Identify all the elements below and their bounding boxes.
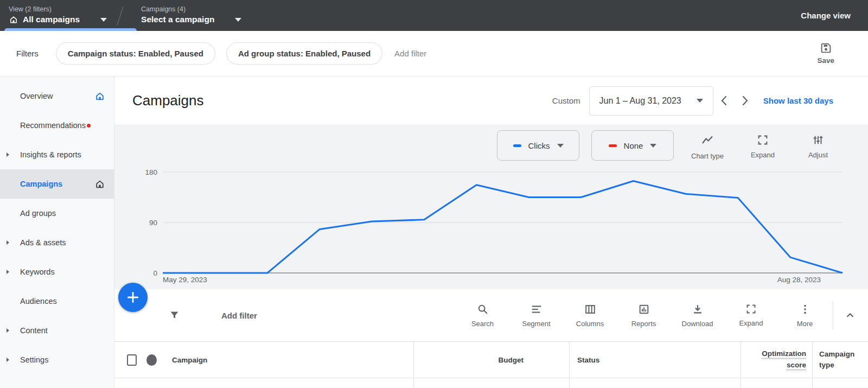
chevron-down-icon: [557, 144, 564, 148]
search-icon: [477, 303, 489, 315]
metric-2-dropdown[interactable]: None: [591, 130, 674, 161]
create-campaign-button[interactable]: [118, 283, 148, 312]
save-button[interactable]: Save: [817, 42, 834, 65]
chevron-up-icon: [844, 309, 856, 321]
svg-text:0: 0: [153, 269, 157, 277]
expand-arrow-icon: [7, 328, 9, 333]
sidebar-item-insights-reports[interactable]: Insights & reports: [0, 140, 114, 169]
expand-icon: [757, 134, 769, 146]
sidebar-item-ad-groups[interactable]: Ad groups: [0, 199, 114, 228]
breadcrumb-campaign-value: Select a campaign: [141, 15, 214, 24]
chevron-down-icon: [650, 144, 656, 148]
download-icon: [692, 303, 704, 315]
svg-text:180: 180: [145, 168, 157, 176]
sidebar-item-content[interactable]: Content: [0, 316, 114, 345]
breadcrumb-view[interactable]: View (2 filters) All campaigns: [0, 0, 112, 31]
more-button[interactable]: More: [778, 303, 832, 328]
breadcrumb-view-label: View (2 filters): [9, 5, 107, 13]
columns-icon: [584, 303, 596, 315]
sidebar-item-ads-assets[interactable]: Ads & assets: [0, 228, 114, 257]
expand-arrow-icon: [7, 240, 9, 245]
adjust-icon: [812, 134, 824, 146]
sidebar-item-audiences[interactable]: Audiences: [0, 287, 114, 316]
status-filter-circle[interactable]: [146, 354, 157, 366]
filter-chip-campaign-status[interactable]: Campaign status: Enabled, Paused: [56, 42, 215, 65]
date-mode-label: Custom: [552, 96, 580, 105]
notification-dot: [87, 124, 91, 128]
filter-chip-adgroup-status[interactable]: Ad group status: Enabled, Paused: [226, 42, 382, 65]
download-button[interactable]: Download: [671, 303, 724, 328]
expand-table-button[interactable]: Expand: [724, 303, 778, 328]
column-header-budget[interactable]: Budget: [499, 356, 524, 364]
svg-text:90: 90: [149, 219, 157, 227]
date-range-value: Jun 1 – Aug 31, 2023: [599, 96, 681, 106]
chart-type-icon: [701, 134, 714, 147]
chart-type-button[interactable]: Chart type: [686, 130, 729, 160]
previous-period-button[interactable]: [713, 91, 735, 110]
metric-1-dropdown[interactable]: Clicks: [497, 130, 579, 161]
add-filter-button[interactable]: Add filter: [394, 49, 426, 58]
show-last-30-days-link[interactable]: Show last 30 days: [763, 96, 833, 105]
performance-chart-section: Clicks None Chart type Expand: [114, 125, 868, 289]
save-icon: [820, 42, 832, 54]
sidebar-item-campaigns[interactable]: Campaigns: [0, 169, 114, 199]
filter-bar: Filters Campaign status: Enabled, Paused…: [0, 31, 868, 77]
columns-button[interactable]: Columns: [563, 303, 617, 328]
chevron-down-icon: [697, 99, 703, 103]
main-content: Campaigns Custom Jun 1 – Aug 31, 2023 Sh…: [114, 77, 868, 388]
breadcrumb-view-value: All campaigns: [23, 15, 80, 24]
breadcrumb-separator: [117, 6, 124, 25]
table-add-filter-button[interactable]: Add filter: [221, 311, 257, 320]
plus-icon: [126, 290, 140, 304]
expand-icon: [745, 303, 757, 315]
table-header-row: Campaign Budget Status Optimization scor…: [114, 342, 868, 378]
metric-2-color-dash: [609, 144, 617, 147]
segment-button[interactable]: Segment: [509, 303, 563, 328]
expand-arrow-icon: [7, 152, 9, 157]
reports-button[interactable]: Reports: [617, 303, 671, 328]
change-view-button[interactable]: Change view: [801, 11, 851, 20]
sidebar-item-settings[interactable]: Settings: [0, 345, 114, 374]
metric-1-label: Clicks: [528, 141, 550, 150]
table-filter-button[interactable]: [169, 310, 180, 321]
funnel-icon: [169, 310, 180, 321]
more-vertical-icon: [799, 303, 811, 315]
date-range-picker[interactable]: Jun 1 – Aug 31, 2023: [589, 86, 713, 116]
x-axis-end-label: Aug 28, 2023: [777, 276, 821, 284]
metric-1-color-dash: [513, 144, 521, 147]
collapse-chart-button[interactable]: [834, 309, 866, 321]
home-blue-icon: [94, 91, 105, 101]
page-title: Campaigns: [132, 92, 204, 109]
column-header-status[interactable]: Status: [577, 356, 599, 364]
column-header-campaign-type[interactable]: Campaign type: [819, 349, 861, 370]
column-header-optimization-score[interactable]: Optimization score: [756, 348, 806, 371]
reports-icon: [638, 303, 650, 315]
metric-2-label: None: [624, 141, 643, 150]
home-dark-icon: [94, 179, 105, 189]
search-button[interactable]: Search: [456, 303, 509, 328]
toolbar-divider: [833, 301, 833, 329]
left-navigation: Overview Recommendations Insights & repo…: [0, 77, 114, 388]
select-all-checkbox[interactable]: [127, 354, 137, 366]
sidebar-item-recommendations[interactable]: Recommendations: [0, 111, 114, 140]
topbar: View (2 filters) All campaigns Campaigns…: [0, 0, 868, 31]
active-tab-indicator: [4, 28, 137, 31]
expand-arrow-icon: [7, 358, 9, 362]
x-axis-start-label: May 29, 2023: [163, 276, 207, 284]
column-header-campaign[interactable]: Campaign: [172, 356, 207, 364]
home-icon: [9, 15, 18, 24]
sidebar-item-overview[interactable]: Overview: [0, 81, 114, 111]
next-period-button[interactable]: [735, 91, 756, 110]
sidebar-item-keywords[interactable]: Keywords: [0, 257, 114, 287]
breadcrumb-campaign-label: Campaigns (4): [141, 5, 241, 13]
adjust-chart-button[interactable]: Adjust: [796, 130, 840, 159]
expand-chart-button[interactable]: Expand: [741, 130, 784, 159]
filters-label: Filters: [16, 49, 39, 58]
table-row: [114, 378, 868, 388]
expand-arrow-icon: [7, 270, 9, 274]
table-toolbar: Add filter Search Segment Columns Report…: [114, 289, 868, 342]
save-label: Save: [817, 56, 834, 65]
breadcrumb-campaign[interactable]: Campaigns (4) Select a campaign: [132, 0, 247, 31]
segment-icon: [531, 303, 542, 315]
chevron-down-icon: [235, 18, 241, 22]
